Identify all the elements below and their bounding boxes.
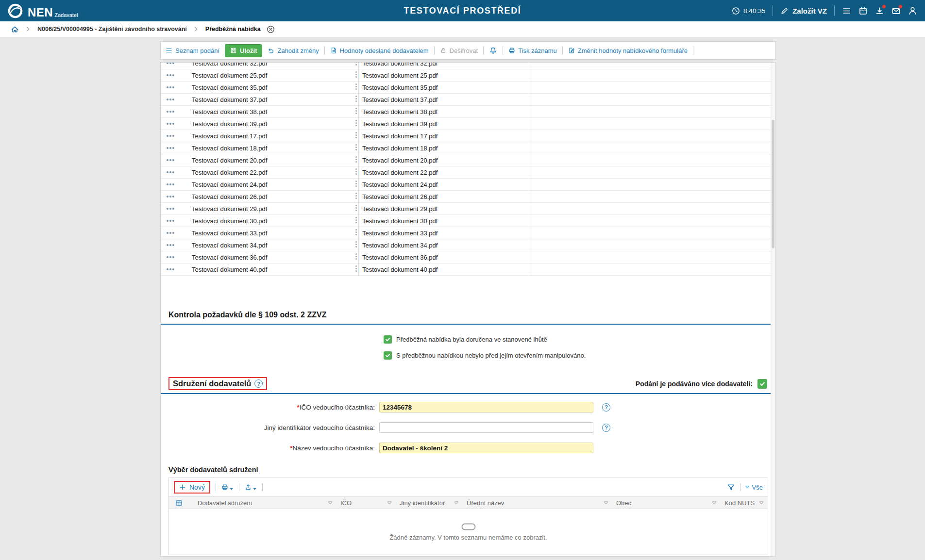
column-settings-icon[interactable] [169,497,194,509]
drag-handle-icon[interactable] [355,96,357,102]
row-menu-icon[interactable] [161,166,180,178]
watchdog-bell-button[interactable] [489,47,497,55]
export-list-button[interactable] [245,484,257,491]
user-icon[interactable] [908,6,917,16]
main-menu-icon[interactable] [842,6,851,16]
document-name[interactable]: Testovací dokument 32.pdf [192,63,267,67]
row-menu-icon[interactable] [161,203,180,214]
document-name[interactable]: Testovací dokument 38.pdf [192,108,267,115]
document-name[interactable]: Testovací dokument 37.pdf [192,96,267,103]
other-identifier-field[interactable] [379,422,593,433]
row-menu-icon[interactable] [161,239,180,251]
leader-name-field[interactable] [379,443,593,453]
row-menu-icon[interactable] [161,63,180,69]
print-list-button[interactable] [221,484,234,491]
drag-handle-icon[interactable] [355,108,357,114]
document-name[interactable]: Testovací dokument 39.pdf [192,120,267,128]
documents-table-viewport[interactable]: Testovací dokument 32.pdf Testovací doku… [161,63,775,282]
document-name[interactable]: Testovací dokument 25.pdf [192,72,267,79]
drag-handle-icon[interactable] [355,63,357,66]
row-menu-icon[interactable] [161,106,180,117]
drag-handle-icon[interactable] [355,83,357,90]
save-button[interactable]: Uložit [225,44,262,57]
drag-handle-icon[interactable] [355,132,357,138]
row-menu-icon[interactable] [161,191,180,202]
drag-handle-icon[interactable] [355,144,357,150]
drag-handle-icon[interactable] [355,168,357,175]
column-header[interactable]: Úřední název [463,497,612,509]
multi-supplier-checkbox[interactable] [757,379,767,389]
drag-handle-icon[interactable] [355,253,357,260]
printer-icon [508,47,515,54]
seznam-podani-button[interactable]: Seznam podání [166,47,219,54]
row-menu-icon[interactable] [161,130,180,142]
drag-handle-icon[interactable] [355,241,357,247]
column-header[interactable]: Dodavatel sdružení [194,497,336,509]
supplier-values-button[interactable]: Hodnoty odeslané dodavatelem [330,47,429,54]
row-menu-icon[interactable] [161,69,180,81]
new-supplier-button[interactable]: Nový [174,481,210,494]
print-record-button[interactable]: Tisk záznamu [508,47,557,54]
column-header[interactable]: Kód NUTS [721,497,768,509]
create-vz-button[interactable]: Založit VZ [780,7,827,15]
row-menu-icon[interactable] [161,264,180,275]
document-name[interactable]: Testovací dokument 36.pdf [192,254,267,261]
help-icon[interactable]: ? [254,379,263,388]
document-name[interactable]: Testovací dokument 22.pdf [192,169,267,176]
app-header: NEN Zadavatel TESTOVACÍ PROSTŘEDÍ 8:40:3… [0,0,925,21]
document-name[interactable]: Testovací dokument 33.pdf [192,230,267,237]
home-icon[interactable] [11,25,19,33]
drag-handle-icon[interactable] [355,71,357,78]
drag-handle-icon[interactable] [355,229,357,235]
document-name[interactable]: Testovací dokument 29.pdf [192,205,267,213]
column-header[interactable]: IČO [336,497,396,509]
calendar-icon[interactable] [858,6,868,16]
document-name[interactable]: Testovací dokument 20.pdf [192,157,267,164]
document-name[interactable]: Testovací dokument 34.pdf [192,242,267,249]
document-name[interactable]: Testovací dokument 18.pdf [192,145,267,152]
scrollbar-thumb[interactable] [772,120,774,248]
row-menu-icon[interactable] [161,118,180,130]
column-header[interactable]: Obec [612,497,721,509]
vertical-scrollbar[interactable] [771,63,775,556]
help-icon[interactable]: ? [602,424,610,432]
table-row: Testovací dokument 24.pdf Testovací doku… [161,179,775,191]
session-timer: 8:40:35 [732,7,765,15]
drag-handle-icon[interactable] [355,205,357,211]
document-name[interactable]: Testovací dokument 17.pdf [192,132,267,140]
row-menu-icon[interactable] [161,227,180,239]
nen-logo[interactable]: NEN Zadavatel [8,3,78,18]
change-form-values-button[interactable]: Změnit hodnoty nabídkového formuláře [568,47,688,54]
filter-button[interactable] [727,483,735,492]
ico-field[interactable] [379,402,593,412]
document-name[interactable]: Testovací dokument 30.pdf [192,217,267,225]
row-menu-icon[interactable] [161,179,180,190]
column-header[interactable]: Jiný identifikátor [396,497,463,509]
drag-handle-icon[interactable] [355,265,357,272]
drag-handle-icon[interactable] [355,193,357,199]
row-menu-icon[interactable] [161,215,180,227]
document-name[interactable]: Testovací dokument 35.pdf [192,84,267,91]
drag-handle-icon[interactable] [355,156,357,163]
document-name[interactable]: Testovací dokument 24.pdf [192,181,267,188]
view-all-selector[interactable]: Vše [745,484,763,491]
row-menu-icon[interactable] [161,94,180,105]
drag-handle-icon[interactable] [355,181,357,187]
drag-handle-icon[interactable] [355,120,357,126]
row-menu-icon[interactable] [161,154,180,166]
sdruzeni-form: *IČO vedoucího účastníka: ? Jiný identif… [161,402,775,453]
row-menu-icon[interactable] [161,82,180,93]
discard-changes-button[interactable]: Zahodit změny [268,47,319,54]
downloads-icon[interactable] [875,6,884,16]
document-name[interactable]: Testovací dokument 26.pdf [192,193,267,200]
row-menu-icon[interactable] [161,142,180,154]
document-name[interactable]: Testovací dokument 40.pdf [192,266,267,273]
close-tab-icon[interactable] [267,25,275,33]
messages-icon[interactable] [891,6,901,16]
help-icon[interactable]: ? [602,403,610,412]
breadcrumb-contract[interactable]: N006/25/V00004995 - Zajištění závodního … [37,26,187,33]
table-row: Testovací dokument 38.pdf Testovací doku… [161,106,775,118]
drag-handle-icon[interactable] [355,217,357,223]
breadcrumb-current-page: Předběžná nabídka [205,26,261,33]
row-menu-icon[interactable] [161,251,180,263]
